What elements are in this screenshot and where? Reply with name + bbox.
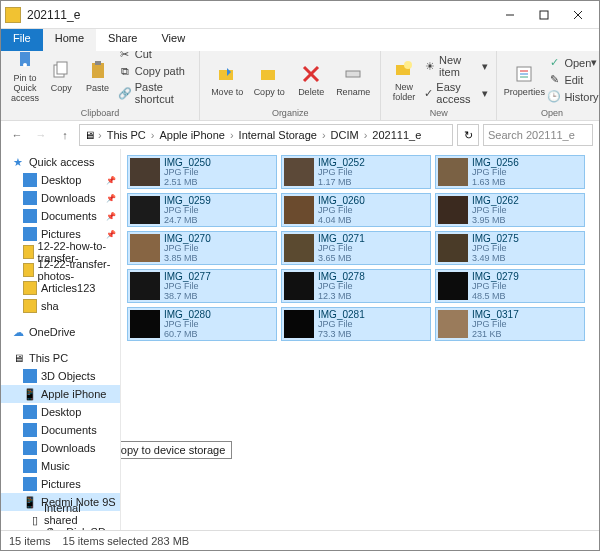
nav-music[interactable]: Music bbox=[1, 457, 120, 475]
back-button[interactable]: ← bbox=[7, 125, 27, 145]
nav-downloads2[interactable]: Downloads bbox=[1, 439, 120, 457]
nav-desktop[interactable]: Desktop📌 bbox=[1, 171, 120, 189]
file-info: IMG_0250JPG File2.51 MB bbox=[164, 157, 211, 188]
copy-to-icon bbox=[257, 62, 281, 86]
move-to-icon bbox=[215, 62, 239, 86]
nav-desktop2[interactable]: Desktop bbox=[1, 403, 120, 421]
nav-documents2[interactable]: Documents bbox=[1, 421, 120, 439]
file-info: IMG_0259JPG File24.7 MB bbox=[164, 195, 211, 226]
ribbon-group-clipboard: Pin to Quick access Copy Paste ✂Cut ⧉Cop… bbox=[1, 51, 200, 120]
file-size: 38.7 MB bbox=[164, 292, 211, 302]
refresh-button[interactable]: ↻ bbox=[457, 124, 479, 146]
paste-icon bbox=[86, 58, 110, 82]
easy-access-icon: ✓ bbox=[423, 86, 433, 100]
ribbon-group-organize: Move to Copy to Delete Rename Organize bbox=[200, 51, 381, 120]
pin-quick-access-button[interactable]: Pin to Quick access bbox=[7, 51, 43, 106]
file-info: IMG_0317JPG File231 KB bbox=[472, 309, 519, 340]
file-list[interactable]: IMG_0250JPG File2.51 MBIMG_0252JPG File1… bbox=[121, 149, 599, 530]
file-thumbnail bbox=[438, 158, 468, 186]
history-button[interactable]: 🕒History bbox=[545, 89, 599, 105]
move-to-button[interactable]: Move to bbox=[206, 60, 248, 100]
copy-button[interactable]: Copy bbox=[43, 56, 79, 96]
breadcrumb[interactable]: 🖥 › This PC› Apple iPhone› Internal Stor… bbox=[79, 124, 453, 146]
file-item[interactable]: IMG_0252JPG File1.17 MB bbox=[281, 155, 431, 189]
file-item[interactable]: IMG_0279JPG File48.5 MB bbox=[435, 269, 585, 303]
status-selection: 15 items selected 283 MB bbox=[63, 535, 190, 547]
new-item-button[interactable]: ☀New item ▾ bbox=[421, 53, 490, 79]
onedrive-icon: ☁ bbox=[11, 325, 25, 339]
nav-pictures2[interactable]: Pictures bbox=[1, 475, 120, 493]
file-item[interactable]: IMG_0280JPG File60.7 MB bbox=[127, 307, 277, 341]
svg-rect-14 bbox=[346, 71, 360, 77]
file-item[interactable]: IMG_0260JPG File4.04 MB bbox=[281, 193, 431, 227]
properties-button[interactable]: Properties bbox=[503, 60, 545, 100]
file-thumbnail bbox=[284, 234, 314, 262]
rename-button[interactable]: Rename bbox=[332, 60, 374, 100]
file-item[interactable]: IMG_0262JPG File3.95 MB bbox=[435, 193, 585, 227]
paste-shortcut-button[interactable]: 🔗Paste shortcut bbox=[116, 80, 193, 106]
nav-pane[interactable]: ★Quick access Desktop📌 Downloads📌 Docume… bbox=[1, 149, 121, 530]
pc-icon: 🖥 bbox=[11, 351, 25, 365]
file-item[interactable]: IMG_0250JPG File2.51 MB bbox=[127, 155, 277, 189]
nav-quick-access[interactable]: ★Quick access bbox=[1, 153, 120, 171]
file-item[interactable]: IMG_0275JPG File3.49 MB bbox=[435, 231, 585, 265]
forward-button[interactable]: → bbox=[31, 125, 51, 145]
tab-file[interactable]: File bbox=[1, 29, 43, 51]
copy-to-button[interactable]: Copy to bbox=[248, 60, 290, 100]
easy-access-button[interactable]: ✓Easy access ▾ bbox=[421, 80, 490, 106]
nav-3d-objects[interactable]: 3D Objects bbox=[1, 367, 120, 385]
pc-icon: 🖥 bbox=[84, 129, 95, 141]
phone-icon: 📱 bbox=[23, 387, 37, 401]
file-size: 2.51 MB bbox=[164, 178, 211, 188]
phone-icon: 📱 bbox=[23, 495, 37, 509]
close-button[interactable] bbox=[561, 3, 595, 27]
file-size: 3.95 MB bbox=[472, 216, 519, 226]
file-item[interactable]: IMG_0317JPG File231 KB bbox=[435, 307, 585, 341]
file-size: 48.5 MB bbox=[472, 292, 519, 302]
up-button[interactable]: ↑ bbox=[55, 125, 75, 145]
file-item[interactable]: IMG_0271JPG File3.65 MB bbox=[281, 231, 431, 265]
file-thumbnail bbox=[130, 310, 160, 338]
minimize-button[interactable] bbox=[493, 3, 527, 27]
ribbon-group-open: Properties ✓Open ▾ ✎Edit 🕒History Open bbox=[497, 51, 599, 120]
svg-rect-1 bbox=[540, 11, 548, 19]
file-item[interactable]: IMG_0256JPG File1.63 MB bbox=[435, 155, 585, 189]
tab-share[interactable]: Share bbox=[96, 29, 149, 51]
nav-folder[interactable]: sha bbox=[1, 297, 120, 315]
file-thumbnail bbox=[438, 272, 468, 300]
nav-onedrive[interactable]: ☁OneDrive bbox=[1, 323, 120, 341]
maximize-button[interactable] bbox=[527, 3, 561, 27]
nav-documents[interactable]: Documents📌 bbox=[1, 207, 120, 225]
titlebar: 202111_e bbox=[1, 1, 599, 29]
open-button[interactable]: ✓Open ▾ bbox=[545, 55, 599, 71]
tab-view[interactable]: View bbox=[149, 29, 197, 51]
chevron-down-icon: ▾ bbox=[482, 60, 488, 73]
documents-icon bbox=[23, 423, 37, 437]
file-item[interactable]: IMG_0259JPG File24.7 MB bbox=[127, 193, 277, 227]
tab-home[interactable]: Home bbox=[43, 29, 96, 51]
file-thumbnail bbox=[284, 272, 314, 300]
nav-folder[interactable]: 12-22-transfer-photos- bbox=[1, 261, 120, 279]
cut-button[interactable]: ✂Cut bbox=[116, 51, 193, 62]
file-thumbnail bbox=[130, 196, 160, 224]
svg-point-5 bbox=[23, 63, 27, 67]
file-item[interactable]: IMG_0278JPG File12.3 MB bbox=[281, 269, 431, 303]
delete-button[interactable]: Delete bbox=[290, 60, 332, 100]
file-item[interactable]: IMG_0277JPG File38.7 MB bbox=[127, 269, 277, 303]
nav-downloads[interactable]: Downloads📌 bbox=[1, 189, 120, 207]
file-name: IMG_0275 bbox=[472, 233, 519, 244]
address-bar: ← → ↑ 🖥 › This PC› Apple iPhone› Interna… bbox=[1, 121, 599, 149]
edit-button[interactable]: ✎Edit bbox=[545, 72, 599, 88]
svg-point-16 bbox=[404, 61, 412, 69]
paste-button[interactable]: Paste bbox=[79, 56, 115, 96]
search-input[interactable]: Search 202111_e bbox=[483, 124, 593, 146]
file-item[interactable]: IMG_0270JPG File3.85 MB bbox=[127, 231, 277, 265]
new-folder-button[interactable]: New folder bbox=[387, 55, 421, 105]
nav-apple-iphone[interactable]: 📱Apple iPhone bbox=[1, 385, 120, 403]
nav-this-pc[interactable]: 🖥This PC bbox=[1, 349, 120, 367]
copy-path-icon: ⧉ bbox=[118, 64, 132, 78]
pin-icon: 📌 bbox=[106, 212, 116, 221]
copy-path-button[interactable]: ⧉Copy path bbox=[116, 63, 193, 79]
history-icon: 🕒 bbox=[547, 90, 561, 104]
file-item[interactable]: IMG_0281JPG File73.3 MB bbox=[281, 307, 431, 341]
